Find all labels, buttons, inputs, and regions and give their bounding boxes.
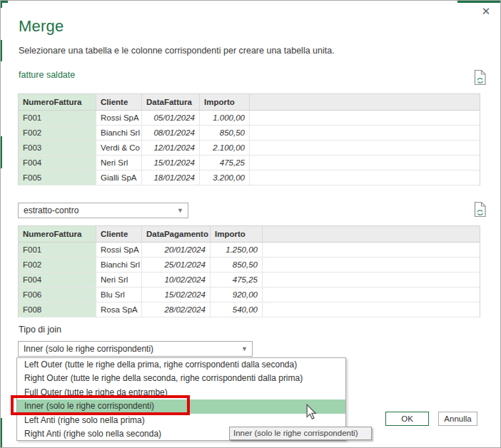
table-row[interactable]: F002 Bianchi Srl 08/01/2024 850,50 <box>19 126 480 141</box>
ok-button[interactable]: OK <box>385 412 429 426</box>
cell: Rossi SpA <box>96 111 142 125</box>
column-header[interactable]: NumeroFattura <box>19 94 96 110</box>
cell: F004 <box>19 273 96 287</box>
option-left-anti[interactable]: Left Anti (righe solo nella prima) <box>17 414 345 427</box>
cell: F005 <box>19 170 96 185</box>
cell: 920,00 <box>211 287 263 302</box>
join-type-label: Tipo di join <box>19 325 61 335</box>
column-header[interactable]: Cliente <box>96 94 142 110</box>
option-right-outer[interactable]: Right Outer (tutte le righe della second… <box>17 372 345 385</box>
cell: 2.100,00 <box>200 141 250 155</box>
chevron-down-icon: ▼ <box>241 342 248 356</box>
table-row[interactable]: F001 Rossi SpA 05/01/2024 1.000,00 <box>19 111 480 126</box>
column-header[interactable]: NumeroFattura <box>19 226 96 242</box>
cell: Rossi SpA <box>96 243 142 257</box>
column-header[interactable]: DataFattura <box>142 94 200 110</box>
cell: 28/02/2024 <box>142 302 211 317</box>
table-header-row: NumeroFattura Cliente DataFattura Import… <box>19 94 480 111</box>
cell: 15/02/2024 <box>142 287 211 302</box>
cell: 12/01/2024 <box>142 141 200 155</box>
cell: F004 <box>19 156 96 170</box>
cell: Verdi & Co <box>96 141 142 155</box>
dialog-title: Merge <box>19 17 64 36</box>
cell: 20/01/2024 <box>142 243 211 257</box>
background-window-fragment <box>457 1 501 3</box>
cell: 25/01/2024 <box>142 258 211 272</box>
table-header-row: NumeroFattura Cliente DataPagamento Impo… <box>19 226 480 243</box>
annotation-highlight-box <box>11 395 190 415</box>
close-icon[interactable]: ✕ <box>479 4 493 19</box>
cell: Neri Srl <box>96 273 142 287</box>
table-row[interactable]: F005 Gialli SpA 18/01/2024 3.200,00 <box>19 170 480 185</box>
cell: 540,00 <box>211 302 263 317</box>
column-header[interactable]: Importo <box>200 94 250 110</box>
mouse-cursor-icon <box>305 404 317 419</box>
cell: 475,25 <box>211 273 263 287</box>
table-row[interactable]: F006 Blu Srl 15/02/2024 920,00 <box>19 287 480 302</box>
cell: F003 <box>19 141 96 155</box>
background-window-fragment <box>1 418 2 448</box>
cell: F002 <box>19 258 96 272</box>
cell: 475,25 <box>200 156 250 170</box>
table-row[interactable]: F002 Bianchi Srl 25/01/2024 850,50 <box>19 258 480 273</box>
cell: F001 <box>19 243 96 257</box>
table-row[interactable]: F004 Neri Srl 10/02/2024 475,25 <box>19 273 480 287</box>
refresh-preview-icon[interactable] <box>474 69 487 86</box>
join-type-select[interactable]: Inner (solo le righe corrispondenti) ▼ <box>18 341 253 357</box>
cell: 1.250,00 <box>211 243 263 257</box>
cell: Gialli SpA <box>96 170 142 185</box>
cell: 10/02/2024 <box>142 273 211 287</box>
cell: 3.200,00 <box>200 170 250 185</box>
table-row[interactable]: F003 Verdi & Co 12/01/2024 2.100,00 <box>19 141 480 156</box>
cell: 15/01/2024 <box>142 156 200 170</box>
background-window-fragment <box>1 40 2 61</box>
table-estratto-conto: NumeroFattura Cliente DataPagamento Impo… <box>18 225 480 317</box>
first-table-label: fatture saldate <box>19 70 75 80</box>
cell: 18/01/2024 <box>142 170 200 185</box>
dialog-subtitle: Selezionare una tabella e le colonne cor… <box>19 46 335 56</box>
cell: 05/01/2024 <box>142 111 200 125</box>
column-header[interactable]: Importo <box>211 226 263 242</box>
cell: F006 <box>19 287 96 302</box>
cell: 1.000,00 <box>200 111 250 125</box>
option-left-outer[interactable]: Left Outer (tutte le righe della prima, … <box>17 358 345 372</box>
cell: F008 <box>19 302 96 317</box>
cell: F001 <box>19 111 96 125</box>
refresh-preview-icon[interactable] <box>474 201 487 218</box>
background-window-fragment <box>1 1 2 8</box>
tooltip: Inner (solo le righe corrispondenti) <box>229 427 372 440</box>
table-row[interactable]: F008 Rosa SpA 28/02/2024 540,00 <box>19 302 480 317</box>
cell: Rosa SpA <box>96 302 142 317</box>
join-type-select-value: Inner (solo le righe corrispondenti) <box>24 344 153 354</box>
cell: 08/01/2024 <box>142 126 200 140</box>
column-header[interactable]: Cliente <box>96 226 142 242</box>
column-header[interactable]: DataPagamento <box>142 226 211 242</box>
second-table-select[interactable]: estratto-contro ▼ <box>18 203 188 218</box>
table-row[interactable]: F001 Rossi SpA 20/01/2024 1.250,00 <box>19 243 480 258</box>
background-window-fragment <box>1 136 2 168</box>
cell: Bianchi Srl <box>96 126 142 140</box>
chevron-down-icon: ▼ <box>177 203 183 218</box>
cancel-button[interactable]: Annulla <box>438 412 477 426</box>
cell: Bianchi Srl <box>96 258 142 272</box>
table-fatture-saldate: NumeroFattura Cliente DataFattura Import… <box>18 93 480 185</box>
cell: Blu Srl <box>96 287 142 302</box>
cell: 850,50 <box>200 126 250 140</box>
cell: Neri Srl <box>96 156 142 170</box>
cell: 850,50 <box>211 258 263 272</box>
merge-dialog: ✕ Merge Selezionare una tabella e le col… <box>0 0 501 448</box>
cell: F002 <box>19 126 96 140</box>
second-table-select-value: estratto-contro <box>24 205 79 215</box>
table-row[interactable]: F004 Neri Srl 15/01/2024 475,25 <box>19 156 480 170</box>
